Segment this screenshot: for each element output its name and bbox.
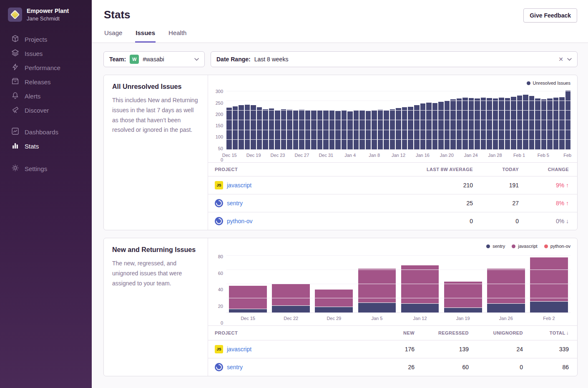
bar-segment-javascript (271, 283, 310, 305)
team-selector[interactable]: Team: W #wasabi (103, 51, 205, 67)
unresolved-bar (366, 111, 371, 149)
y-axis: 050100150200250300 (211, 89, 226, 160)
stacked-bar (442, 252, 485, 312)
column-header-total-sort[interactable]: Total↓ (531, 326, 577, 340)
project-link[interactable]: sentry (227, 200, 243, 207)
line-chart-icon (12, 128, 19, 136)
bar-segment-sentry (229, 309, 267, 312)
legend-dot-icon (486, 244, 490, 248)
legend-item-javascript[interactable]: javascript (512, 243, 537, 249)
tab-health[interactable]: Health (168, 29, 187, 43)
sidebar-item-discover[interactable]: Discover (0, 103, 92, 117)
panel-side: All Unresolved Issues This includes New … (104, 75, 208, 230)
sidebar: Empower Plant Jane Schmidt Projects Issu… (0, 0, 92, 388)
stacked-bar (226, 252, 269, 312)
org-switcher[interactable]: Empower Plant Jane Schmidt (0, 0, 92, 32)
sidebar-item-label: Stats (25, 143, 39, 150)
average-value: 0 (389, 212, 481, 230)
bar-segment-sentry (358, 302, 397, 312)
regressed-value: 139 (423, 340, 477, 358)
bar-segment-sentry (271, 305, 310, 312)
unresolved-bar (402, 107, 407, 149)
date-range-value: Last 8 weeks (254, 56, 289, 63)
x-axis: Dec 15Dec 22Dec 29Jan 5Jan 12Jan 19Jan 2… (226, 313, 570, 323)
stacked-bar (312, 252, 355, 312)
y-tick-label: 20 (218, 304, 223, 309)
unresolved-bar (493, 98, 498, 149)
sidebar-item-stats[interactable]: Stats (0, 139, 92, 153)
sidebar-item-label: Projects (25, 36, 47, 43)
gear-icon (12, 164, 19, 173)
unresolved-bar (481, 98, 486, 149)
today-value: 27 (481, 194, 527, 212)
sidebar-item-label: Alerts (25, 93, 40, 100)
project-link[interactable]: sentry (227, 364, 243, 370)
legend-item-unresolved-issues[interactable]: Unresolved Issues (527, 80, 571, 86)
stacked-bar (355, 252, 398, 312)
new-returning-projects-table: Project New Regressed Unignored Total↓ J… (208, 325, 577, 376)
unresolved-bar (523, 95, 528, 149)
unresolved-bar (535, 98, 540, 149)
date-range-selector[interactable]: Date Range: Last 8 weeks ✕ (211, 51, 578, 67)
stats-tabs: Usage Issues Health (104, 29, 577, 43)
x-axis: Dec 15Dec 19Dec 23Dec 27Dec 31Jan 4Jan 8… (226, 150, 570, 160)
date-range-label: Date Range: (216, 56, 251, 63)
sidebar-item-settings[interactable]: Settings (0, 161, 92, 176)
clear-icon[interactable]: ✕ (558, 56, 563, 62)
new-returning-issues-chart: sentryjavascriptpython-ov 020406080 Dec … (208, 238, 577, 323)
table-row: sentry2660086 (208, 358, 577, 376)
x-tick-label: Dec 31 (319, 153, 333, 158)
sidebar-item-projects[interactable]: Projects (0, 32, 92, 46)
unresolved-bar (445, 101, 450, 149)
column-header-new: New (377, 326, 423, 340)
stacked-bar (399, 252, 442, 312)
panel-description: The new, regressed, and unignored issues… (112, 259, 199, 288)
project-link[interactable]: javascript (227, 182, 251, 189)
project-link[interactable]: javascript (227, 346, 251, 353)
arrow-up-icon: ↑ (566, 182, 569, 189)
sidebar-item-alerts[interactable]: Alerts (0, 89, 92, 103)
sidebar-item-label: Releases (25, 78, 51, 86)
unresolved-bar (269, 108, 274, 149)
legend-item-sentry[interactable]: sentry (486, 243, 505, 249)
unresolved-bar (487, 98, 492, 149)
unresolved-bar (462, 98, 468, 149)
stacked-bar (485, 252, 528, 312)
bar-segment-sentry (487, 303, 525, 312)
sidebar-item-performance[interactable]: Performance (0, 60, 92, 75)
bar-segment-javascript (444, 281, 482, 307)
javascript-platform-icon: JS (215, 181, 223, 189)
y-tick-label: 200 (216, 112, 223, 117)
tab-issues[interactable]: Issues (135, 29, 156, 43)
sidebar-item-dashboards[interactable]: Dashboards (0, 125, 92, 139)
sidebar-item-label: Discover (25, 107, 49, 114)
give-feedback-button[interactable]: Give Feedback (523, 8, 577, 23)
unresolved-bar (499, 98, 504, 149)
unresolved-bar (547, 98, 553, 149)
x-tick-label: Jan 20 (440, 153, 454, 158)
x-tick-label: Jan 12 (413, 316, 427, 321)
sentry-platform-icon (215, 217, 223, 225)
regressed-value: 60 (423, 358, 477, 376)
app-window: Empower Plant Jane Schmidt Projects Issu… (0, 0, 588, 388)
sidebar-item-releases[interactable]: Releases (0, 75, 92, 89)
unresolved-bar (517, 96, 523, 149)
x-tick-label: Dec 19 (246, 153, 261, 158)
unresolved-bar (438, 102, 444, 149)
bar-segment-sentry (314, 307, 353, 312)
project-cell: sentry (208, 358, 377, 376)
project-link[interactable]: python-ov (227, 218, 252, 224)
sidebar-item-issues[interactable]: Issues (0, 46, 92, 60)
project-cell: JSjavascript (208, 340, 377, 358)
tab-usage[interactable]: Usage (104, 29, 123, 43)
y-tick-label: 100 (216, 134, 223, 139)
y-tick-label: 0 (221, 157, 223, 162)
sort-descending-icon: ↓ (566, 330, 569, 336)
legend-item-python-ov[interactable]: python-ov (544, 243, 570, 249)
javascript-platform-icon: JS (215, 345, 223, 353)
panel-description: This includes New and Returning issues i… (112, 96, 199, 135)
panel-side: New and Returning Issues The new, regres… (104, 238, 208, 376)
stacked-bar-series (226, 252, 570, 312)
unresolved-bar (233, 106, 238, 149)
sidebar-item-label: Settings (25, 165, 47, 172)
